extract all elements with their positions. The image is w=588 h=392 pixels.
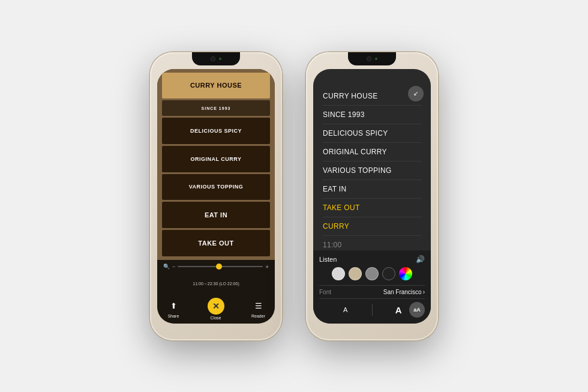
sign-title-text: CURRY HOUSE <box>190 82 242 89</box>
zoom-thumb[interactable] <box>216 264 222 270</box>
sign-line-3: VARIOUS TOPPING <box>162 174 270 201</box>
bottom-actions: ⬆ Share ✕ Close ☰ Reader <box>161 297 271 321</box>
phone2-screen: ↙ CURRY HOUSE SINCE 1993 DELICIOUS SPICY… <box>313 69 431 324</box>
reader-icon: ☰ <box>252 300 265 313</box>
shrink-button[interactable]: ↙ <box>408 86 424 101</box>
reader-line-takeout: TAKE OUT <box>323 199 421 217</box>
large-a-label: A <box>395 305 402 315</box>
color-options <box>319 267 425 280</box>
phone-camera-view: CURRY HOUSE SINCE 1993 DELICIOUS SPICY O… <box>150 52 282 340</box>
reader-line-original: ORIGINAL CURRY <box>323 143 421 161</box>
reader-button[interactable]: ☰ Reader <box>251 300 265 318</box>
zoom-minus-label: − <box>172 264 175 270</box>
phone1-notch <box>192 52 240 65</box>
font-row: Font San Francisco › <box>319 285 425 299</box>
status-dot <box>219 58 221 60</box>
decrease-font-button[interactable]: A <box>319 304 372 316</box>
sign-line-1: DELICIOUS SPICY <box>162 118 270 144</box>
aa-button[interactable]: aA <box>409 302 425 318</box>
phone2-notch <box>348 52 396 65</box>
sign-text-takeout: TAKE OUT <box>198 240 233 247</box>
hours-text: 11:00～22:30 (LO 22:00) <box>193 281 239 287</box>
phone-reader-view: ↙ CURRY HOUSE SINCE 1993 DELICIOUS SPICY… <box>306 52 438 340</box>
color-rainbow[interactable] <box>399 267 412 280</box>
sign-text-delicious: DELICIOUS SPICY <box>190 128 242 134</box>
shrink-icon: ↙ <box>413 90 418 97</box>
reader-toolbar: Listen 🔊 Font San Francisco › <box>313 250 431 324</box>
camera-dot <box>211 56 215 61</box>
sign-text-eatin: EAT IN <box>205 211 227 219</box>
color-white[interactable] <box>332 267 345 280</box>
reader-line-various: VARIOUS TOPPING <box>323 161 421 180</box>
sign-text-various: VARIOUS TOPPING <box>189 184 244 190</box>
zoom-out-icon: 🔍 <box>163 264 170 270</box>
font-selector[interactable]: San Francisco › <box>383 289 425 295</box>
color-cream[interactable] <box>349 267 362 280</box>
sign-line-4: EAT IN <box>162 202 270 228</box>
zoom-track[interactable] <box>178 266 263 267</box>
sign-line-5: TAKE OUT <box>162 230 270 256</box>
aa-label: aA <box>413 307 421 313</box>
camera-dot-2 <box>367 56 371 61</box>
toolbar-listen-row: Listen 🔊 <box>319 255 425 264</box>
listen-label: Listen <box>319 256 337 263</box>
share-button[interactable]: ⬆ Share <box>167 300 180 318</box>
sign-since-row: SINCE 1993 <box>162 100 270 116</box>
font-name-text: San Francisco <box>383 289 422 295</box>
close-label: Close <box>211 316 221 320</box>
sign-text-original: ORIGINAL CURRY <box>190 156 241 162</box>
reader-line-eatin: EAT IN <box>323 180 421 199</box>
camera-bottom-overlay: 🔍 − + 11:00～22:30 (LO 22:00) ⬆ Share <box>157 260 275 324</box>
close-button[interactable]: ✕ Close <box>208 298 224 320</box>
reader-line-hours: 11:00 <box>323 236 421 250</box>
speaker-icon[interactable]: 🔊 <box>416 255 425 264</box>
close-icon: ✕ <box>212 301 220 311</box>
share-icon: ⬆ <box>167 300 180 313</box>
zoom-plus-label: + <box>265 264 269 270</box>
reader-label: Reader <box>251 314 265 318</box>
sign-since-text: SINCE 1993 <box>202 106 231 110</box>
main-container: CURRY HOUSE SINCE 1993 DELICIOUS SPICY O… <box>150 52 438 340</box>
zoom-bar[interactable]: 🔍 − + <box>161 262 271 271</box>
sign-title-row: CURRY HOUSE <box>162 73 270 99</box>
share-label: Share <box>168 314 179 318</box>
reader-line-since: SINCE 1993 <box>323 106 421 124</box>
reader-line-curry-house: CURRY HOUSE <box>323 87 421 106</box>
reader-line-curry: CURRY <box>323 217 421 236</box>
phone1-screen: CURRY HOUSE SINCE 1993 DELICIOUS SPICY O… <box>157 69 275 324</box>
font-label: Font <box>319 289 331 295</box>
close-circle[interactable]: ✕ <box>208 298 224 315</box>
color-gray[interactable] <box>365 267 379 280</box>
small-a-label: A <box>343 306 347 313</box>
color-black[interactable] <box>382 267 395 280</box>
curry-sign-image: CURRY HOUSE SINCE 1993 DELICIOUS SPICY O… <box>157 69 275 260</box>
status-dot-2 <box>375 58 377 60</box>
chevron-right-icon: › <box>423 289 425 295</box>
reader-line-delicious: DELICIOUS SPICY <box>323 124 421 143</box>
sign-line-2: ORIGINAL CURRY <box>162 146 270 172</box>
